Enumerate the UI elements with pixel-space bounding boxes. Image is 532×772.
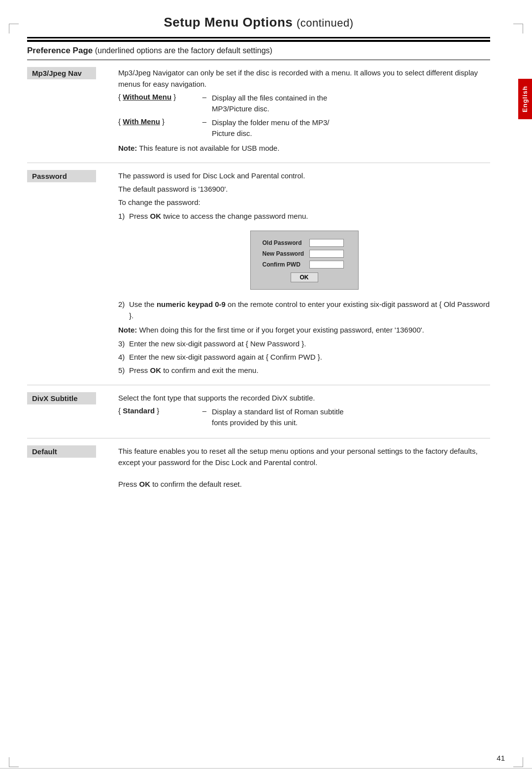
content-table: Mp3/Jpeg Nav Mp3/Jpeg Navigator can only… [27, 60, 490, 499]
corner-mark-bl [9, 757, 19, 767]
corner-mark-tl [9, 24, 19, 34]
section-divx-subtitle: DivX Subtitle Select the font type that … [27, 385, 490, 438]
page-title-main: Setup Menu Options [164, 15, 293, 30]
label-box-mp3: Mp3/Jpeg Nav [27, 67, 96, 79]
password-dialog: Old Password New Password Confirm PWD [250, 231, 359, 290]
default-para1: This feature enables you to reset all th… [118, 445, 490, 469]
pwd-input-confirm [309, 261, 344, 269]
desc-col-default: This feature enables you to reset all th… [118, 438, 490, 499]
pwd-dialog-ok-area: OK [263, 272, 346, 282]
password-para2: The default password is '136900'. [118, 183, 490, 195]
mp3-description: Mp3/Jpeg Navigator can only be set if th… [118, 67, 490, 90]
section-default: Default This feature enables you to rese… [27, 438, 490, 499]
page-footer: dvp3258_96_eng.indd 41 2008-03-18 8:55:5… [0, 768, 532, 772]
divx-description: Select the font type that supports the r… [118, 392, 490, 403]
english-tab: English [518, 79, 532, 119]
password-step-1: 1) Press OK twice to access the change p… [118, 210, 490, 222]
option-label-with-menu: { With Menu } [118, 117, 197, 126]
mp3-note: Note: This feature is not available for … [118, 142, 490, 154]
page-wrapper: English Setup Menu Options (continued) P… [0, 15, 532, 772]
option-label-without-menu: { Without Menu } [118, 93, 197, 101]
option-standard: { Standard } – Display a standard list o… [118, 406, 490, 429]
page-title-suffix: (continued) [297, 17, 354, 29]
page-title: Setup Menu Options (continued) [27, 15, 490, 30]
label-col-default: Default [27, 438, 118, 499]
option-dash-with-menu: – [197, 117, 212, 126]
label-col-mp3: Mp3/Jpeg Nav [27, 60, 118, 163]
desc-col-mp3: Mp3/Jpeg Navigator can only be set if th… [118, 60, 490, 163]
label-box-default: Default [27, 445, 96, 458]
option-label-standard: { Standard } [118, 406, 197, 415]
label-col-password: Password [27, 163, 118, 385]
default-para2: Press OK to confirm the default reset. [118, 478, 490, 490]
section-password: Password The password is used for Disc L… [27, 163, 490, 385]
option-desc-with-menu: Display the folder menu of the MP3/ Pict… [212, 117, 490, 139]
password-para3: To change the password: [118, 197, 490, 208]
option-with-menu: { With Menu } – Display the folder menu … [118, 117, 490, 139]
desc-col-password: The password is used for Disc Lock and P… [118, 163, 490, 385]
label-col-divx: DivX Subtitle [27, 385, 118, 438]
option-dash-standard: – [197, 406, 212, 415]
password-step-2: 2) Use the numeric keypad 0-9 on the rem… [118, 299, 490, 322]
password-step-3: 3) Enter the new six-digit password at {… [118, 338, 490, 349]
pref-header-normal: (underlined options are the factory defa… [93, 46, 272, 55]
pwd-row-new: New Password [263, 250, 346, 258]
password-note2: Note: When doing this for the first time… [118, 324, 490, 336]
password-step-4: 4) Enter the new six-digit password agai… [118, 351, 490, 363]
pwd-input-old [309, 239, 344, 247]
section-mp3-jpeg-nav: Mp3/Jpeg Nav Mp3/Jpeg Navigator can only… [27, 60, 490, 163]
option-desc-without-menu: Display all the files contained in the M… [212, 93, 490, 115]
desc-col-divx: Select the font type that supports the r… [118, 385, 490, 438]
page-number: 41 [497, 754, 505, 762]
password-para1: The password is used for Disc Lock and P… [118, 170, 490, 181]
option-dash-without-menu: – [197, 93, 212, 101]
corner-mark-tr [513, 24, 523, 34]
pref-header-bold: Preference Page [27, 46, 93, 55]
main-content: Setup Menu Options (continued) Preferenc… [27, 15, 505, 499]
password-step-5: 5) Press OK to confirm and exit the menu… [118, 365, 490, 376]
pwd-row-confirm: Confirm PWD [263, 261, 346, 269]
pref-header: Preference Page (underlined options are … [27, 40, 490, 60]
option-desc-standard: Display a standard list of Roman subtitl… [212, 406, 490, 429]
double-rule [27, 37, 490, 38]
password-dialog-wrapper: Old Password New Password Confirm PWD [118, 231, 490, 290]
corner-mark-br [513, 757, 523, 767]
pwd-ok-button[interactable]: OK [291, 272, 318, 282]
label-box-divx: DivX Subtitle [27, 392, 96, 404]
pwd-input-new [309, 250, 344, 258]
label-box-password: Password [27, 170, 96, 182]
pwd-row-old: Old Password [263, 239, 346, 247]
option-without-menu: { Without Menu } – Display all the files… [118, 93, 490, 115]
